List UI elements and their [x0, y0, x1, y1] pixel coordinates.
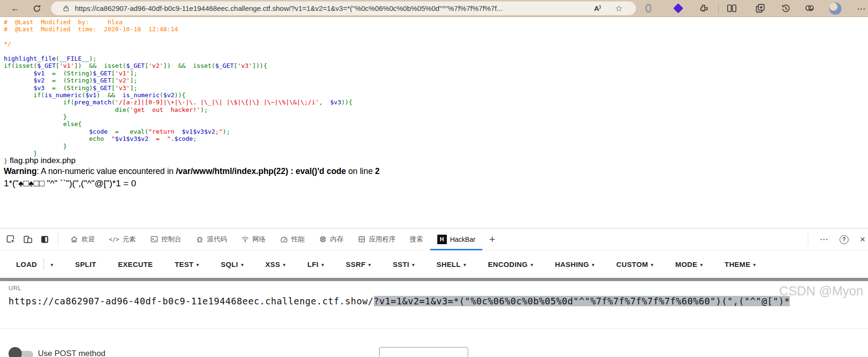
code-line: echo "$v1$v3$v2 = ".$code; — [4, 135, 353, 142]
devtools-tabbar: 欢迎 </> 元素 控制台 源代码 网络 性能 — [0, 229, 868, 250]
chevron-down-icon: ▾ — [321, 262, 324, 267]
hackbar-menu-item-ssti[interactable]: SSTI▾ — [393, 260, 415, 268]
back-icon[interactable]: ← — [9, 0, 21, 17]
hackbar-menu-item-mode[interactable]: MODE▾ — [675, 260, 703, 268]
menu-item-label: THEME — [724, 260, 750, 268]
url-selected-text: ?v1=1&v2=1&v3=*("%0c%06%0c%0b%05%0d"^"%7… — [374, 296, 790, 306]
code-line: if(preg_match('/[a-z]|[0-9]|\+|\-|\. |\_… — [4, 99, 353, 106]
hackbar-menu-item-hashing[interactable]: HASHING▾ — [555, 260, 594, 268]
chevron-down-icon: ▾ — [700, 262, 703, 267]
chevron-down-icon: ▾ — [241, 262, 244, 267]
menu-item-label: XSS — [265, 260, 280, 268]
help-icon[interactable]: ? — [840, 235, 849, 244]
code-line: $v3 = (String)$_GET['v3']; — [4, 84, 353, 92]
chevron-down-icon: ▾ — [368, 262, 371, 267]
extension-oval-icon[interactable] — [645, 4, 651, 13]
devtools-controls: ⋯ ? × — [808, 229, 865, 250]
chevron-down-icon: ▾ — [51, 262, 53, 267]
chevron-down-icon: ▾ — [463, 262, 466, 267]
csdn-watermark: CSDN @Myon — [779, 284, 863, 299]
close-icon[interactable]: × — [860, 234, 865, 245]
hackbar-menu-item-execute[interactable]: EXECUTE — [118, 260, 153, 268]
tab-network[interactable]: 网络 — [234, 229, 273, 250]
split-button-div — [44, 258, 44, 270]
favorite-star-icon[interactable]: ☆ — [613, 1, 624, 15]
tab-hackbar[interactable]: H HackBar — [430, 229, 483, 250]
history-icon[interactable] — [781, 3, 791, 13]
devtools-panel: 欢迎 </> 元素 控制台 源代码 网络 性能 — [0, 228, 868, 357]
refresh-icon[interactable] — [31, 0, 43, 17]
bug-icon — [196, 235, 204, 243]
dock-panel-icon[interactable] — [40, 234, 50, 245]
hackbar-menu-item-load[interactable]: LOAD▾ — [16, 258, 54, 270]
menu-item-label: LOAD — [16, 260, 37, 268]
code-line: else{ — [4, 120, 353, 128]
hackbar-menu-item-split[interactable]: SPLIT — [75, 260, 97, 268]
tab-console[interactable]: 控制台 — [143, 229, 189, 250]
more-menu-icon[interactable]: ⋯ — [856, 0, 867, 17]
horizontal-divider — [0, 329, 868, 329]
menu-item-label: HASHING — [555, 260, 589, 268]
controls-separator — [808, 233, 808, 246]
chevron-down-icon: ▾ — [531, 262, 533, 267]
chevron-down-icon: ▾ — [197, 262, 199, 267]
menu-item-label: SSTI — [393, 260, 409, 268]
tab-sources[interactable]: 源代码 — [189, 229, 234, 250]
code-line: if(isset($_GET['v1']) && isset($_GET['v2… — [4, 62, 353, 69]
address-bar[interactable]: https://ca862907-ad96-40df-b0c9-11e19446… — [51, 1, 636, 15]
hackbar-menu-item-test[interactable]: TEST▾ — [175, 260, 199, 268]
tab-application[interactable]: 应用程序 — [351, 229, 403, 250]
add-tab-icon[interactable]: + — [482, 233, 502, 246]
menu-item-label: ENCODING — [488, 260, 528, 268]
address-url-text[interactable]: https://ca862907-ad96-40df-b0c9-11e19446… — [75, 1, 584, 15]
hackbar-menu-item-xss[interactable]: XSS▾ — [265, 260, 286, 268]
device-toolbar-icon[interactable] — [23, 234, 33, 245]
hackbar-menu-item-custom[interactable]: CUSTOM▾ — [616, 260, 654, 268]
menu-item-label: MODE — [675, 260, 697, 268]
menu-item-label: LFI — [307, 260, 319, 268]
chip-icon — [319, 235, 327, 243]
modify-header-button[interactable]: MODIFY HEADER — [379, 347, 468, 357]
hackbar-menu-item-theme[interactable]: THEME▾ — [724, 260, 756, 268]
warning-label: Warning — [4, 166, 36, 176]
code-line: highlight_file(__FILE__); — [4, 55, 353, 62]
code-line: die('get out hacker!'); — [4, 106, 353, 113]
tab-search[interactable]: 搜索 — [403, 229, 430, 250]
code-line: } flag.php index.php — [4, 157, 353, 164]
panel-splitter[interactable] — [0, 278, 868, 281]
hackbar-menu-item-sqli[interactable]: SQLI▾ — [221, 260, 244, 268]
post-toggle-label: Use POST method — [38, 349, 105, 357]
post-toggle-knob[interactable] — [9, 347, 22, 357]
shopping-benefits-icon[interactable] — [805, 3, 814, 13]
profile-avatar[interactable] — [829, 2, 841, 15]
collections-add-icon[interactable] — [755, 3, 765, 13]
url-input[interactable]: https://ca862907-ad96-40df-b0c9-11e19446… — [9, 296, 868, 306]
extension-diamond-icon[interactable] — [675, 5, 682, 12]
tab-welcome[interactable]: 欢迎 — [63, 229, 102, 250]
tab-performance[interactable]: 性能 — [273, 229, 312, 250]
hackbar-menu-item-encoding[interactable]: ENCODING▾ — [488, 260, 533, 268]
menu-item-label: SQLI — [221, 260, 238, 268]
url-field-label: URL — [9, 284, 22, 292]
hackbar-menu-item-lfi[interactable]: LFI▾ — [307, 260, 324, 268]
url-prefix-text: https://ca862907-ad96-40df-b0c9-11e19446… — [9, 296, 374, 306]
inspect-element-icon[interactable] — [6, 234, 16, 245]
menu-item-label: SHELL — [436, 260, 461, 268]
split-screen-icon[interactable] — [727, 3, 737, 13]
chevron-down-icon: ▾ — [651, 262, 653, 267]
lock-icon[interactable] — [62, 3, 70, 13]
wifi-icon — [241, 235, 249, 243]
warning-line-number: 2 — [375, 166, 380, 176]
tab-memory[interactable]: 内存 — [312, 229, 351, 250]
hackbar-menu-item-ssrf[interactable]: SSRF▾ — [346, 260, 371, 268]
extensions-puzzle-icon[interactable] — [699, 3, 708, 13]
tab-elements[interactable]: </> 元素 — [102, 229, 143, 250]
read-aloud-icon[interactable]: A⁾ — [591, 1, 604, 15]
eval-result-text: 1*("♠□♠□□ "^" ``")(",("^"@[")*1 = 0 — [4, 178, 136, 189]
code-line: } — [4, 143, 353, 150]
code-line — [4, 48, 353, 55]
code-line: if(is_numeric($v1) && is_numeric($v2)){ — [4, 92, 353, 99]
hackbar-menu-item-shell[interactable]: SHELL▾ — [436, 260, 466, 268]
devtools-more-icon[interactable]: ⋯ — [820, 234, 828, 245]
code-line — [4, 33, 353, 40]
